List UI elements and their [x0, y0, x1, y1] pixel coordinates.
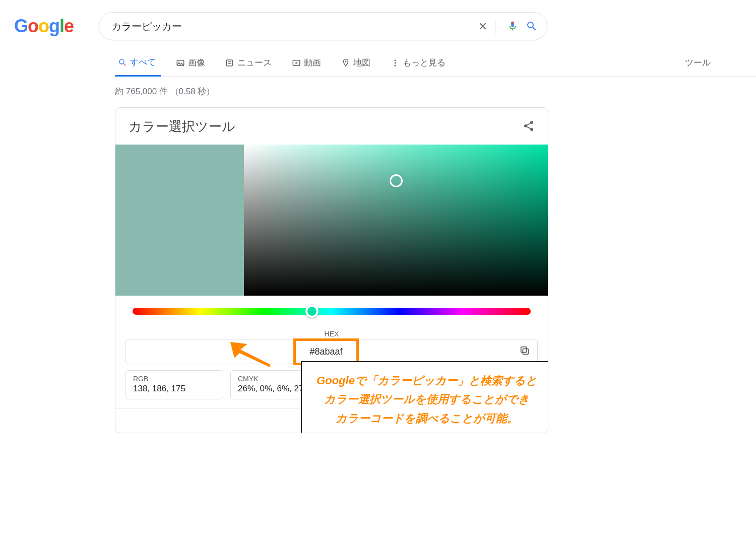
svg-rect-16 — [521, 347, 527, 353]
tab-videos[interactable]: 動画 — [289, 52, 326, 76]
hex-label: HEX — [125, 330, 538, 338]
search-tabs: すべて 画像 ニュース 動画 地図 もっと見る ツール — [115, 51, 756, 77]
tab-more-label: もっと見る — [403, 57, 446, 68]
tab-videos-label: 動画 — [304, 57, 321, 68]
annotation-line1: Googleで「カラーピッカー」と検索すると — [309, 371, 545, 390]
search-bar — [99, 12, 547, 40]
search-input[interactable] — [110, 20, 471, 33]
hue-slider[interactable] — [133, 308, 531, 315]
sv-cursor-icon[interactable] — [390, 174, 403, 187]
annotation-overlay: Googleで「カラーピッカー」と検索すると カラー選択ツールを使用することがで… — [301, 361, 548, 433]
tab-maps-label: 地図 — [353, 57, 370, 68]
svg-line-1 — [123, 63, 125, 65]
color-swatch — [115, 145, 244, 296]
svg-point-10 — [395, 62, 396, 63]
tab-images[interactable]: 画像 — [173, 52, 210, 76]
rgb-value: 138, 186, 175 — [133, 384, 216, 394]
separator — [495, 19, 495, 34]
card-title: カラー選択ツール — [129, 118, 235, 135]
hex-field[interactable]: #8abaaf — [125, 339, 538, 364]
video-icon — [292, 58, 301, 67]
news-icon — [225, 58, 234, 67]
svg-point-14 — [530, 128, 533, 131]
rgb-label: RGB — [133, 375, 216, 383]
svg-point-12 — [530, 121, 533, 124]
tab-news-label: ニュース — [237, 57, 272, 68]
google-logo[interactable]: Google — [14, 16, 74, 37]
tab-all[interactable]: すべて — [115, 51, 161, 77]
svg-point-13 — [524, 124, 527, 127]
svg-point-9 — [395, 59, 396, 61]
tab-more[interactable]: もっと見る — [388, 52, 451, 76]
clear-icon[interactable] — [476, 21, 490, 32]
share-icon[interactable] — [523, 120, 535, 134]
dots-icon — [391, 58, 400, 67]
tab-all-label: すべて — [130, 56, 156, 68]
search-small-icon — [118, 58, 127, 67]
color-picker-card: カラー選択ツール HEX #8abaaf RGB 138, 186, — [115, 107, 548, 433]
saturation-value-area[interactable] — [244, 145, 548, 296]
mic-icon[interactable] — [506, 21, 520, 32]
search-icon[interactable] — [525, 20, 539, 32]
pin-icon — [341, 58, 350, 67]
svg-point-8 — [345, 60, 347, 62]
rgb-field[interactable]: RGB 138, 186, 175 — [125, 370, 223, 399]
annotation-arrow-icon — [230, 342, 271, 367]
annotation-line3: カラーコードを調べることが可能。 — [309, 409, 545, 428]
hue-thumb[interactable] — [305, 305, 319, 318]
copy-icon[interactable] — [519, 345, 530, 358]
tab-maps[interactable]: 地図 — [338, 52, 375, 76]
tab-images-label: 画像 — [188, 57, 205, 68]
svg-rect-15 — [523, 349, 528, 354]
svg-point-11 — [395, 64, 396, 66]
tab-tools[interactable]: ツール — [685, 52, 711, 76]
image-icon — [176, 58, 185, 67]
result-stats: 約 765,000 件 （0.58 秒） — [115, 86, 756, 97]
svg-point-0 — [119, 59, 124, 64]
annotation-callout: Googleで「カラーピッカー」と検索すると カラー選択ツールを使用することがで… — [301, 361, 548, 433]
tab-news[interactable]: ニュース — [222, 52, 277, 76]
annotation-line2: カラー選択ツールを使用することができ — [309, 390, 545, 408]
